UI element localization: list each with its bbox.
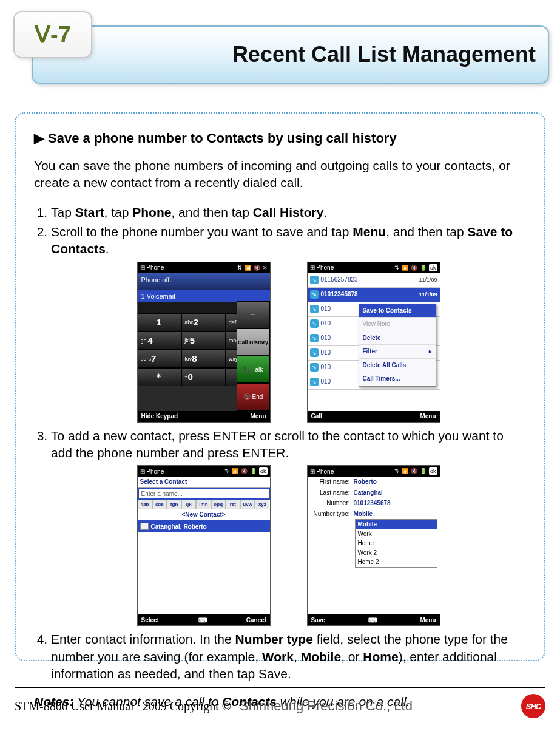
kw-start: Start xyxy=(75,205,104,219)
new-contact-row[interactable]: <New Contact> xyxy=(138,509,270,520)
outgoing-icon: ↘ xyxy=(310,378,319,386)
key-5[interactable]: jkl5 xyxy=(181,331,226,350)
key-7[interactable]: pqrs7 xyxy=(138,350,182,368)
dialer-status: Phone off. xyxy=(138,273,270,290)
alpha-tab[interactable]: fgh xyxy=(167,500,181,509)
status-icons: ⇅📶🔇✕ xyxy=(237,264,268,271)
key-1[interactable]: 1 xyxy=(138,313,182,331)
kw-work: Work xyxy=(262,650,294,664)
type-option-home2[interactable]: Home 2 xyxy=(356,557,437,567)
keyboard-icon[interactable]: ⌨ xyxy=(368,616,377,625)
t: . xyxy=(106,242,109,256)
key-call-history[interactable]: Call History xyxy=(237,328,270,356)
key-2[interactable]: abc2 xyxy=(181,313,226,331)
alpha-tab[interactable]: uvw xyxy=(240,500,255,509)
menu-save-to-contacts[interactable]: Save to Contacts xyxy=(359,304,436,318)
alpha-tab[interactable]: rst xyxy=(226,500,240,509)
type-option-work[interactable]: Work xyxy=(356,529,437,539)
outgoing-icon: ↘ xyxy=(310,363,319,372)
chapter-badge: Ⅴ-7 xyxy=(13,11,92,58)
type-option-mobile[interactable]: Mobile xyxy=(356,520,437,529)
last-name-value[interactable]: Catanghal xyxy=(354,489,383,497)
field-number: Number:01012345678 xyxy=(308,498,440,509)
type-option-home[interactable]: Home xyxy=(356,539,437,548)
alpha-tab[interactable]: xyz xyxy=(255,500,269,509)
alpha-tab[interactable]: ijk xyxy=(181,500,196,509)
t: , and then tap xyxy=(171,205,252,219)
key-talk[interactable]: 📞 Talk xyxy=(237,356,270,383)
key-star[interactable]: ＊ xyxy=(138,368,182,386)
keyboard-icon[interactable]: ⌨ xyxy=(198,616,207,625)
alpha-tab[interactable]: lmn xyxy=(196,500,211,509)
status-icons: ⇅📶🔇🔋ok xyxy=(394,467,437,475)
win-icon: ⊞ Phone xyxy=(310,467,334,476)
menu-delete-all[interactable]: Delete All Calls xyxy=(359,359,436,373)
screenshot-row-2: ⊞ Phone ⇅📶🔇🔋ok Select a Contact Enter a … xyxy=(51,465,526,626)
alpha-tab[interactable]: opq xyxy=(211,500,226,509)
name-input[interactable]: Enter a name... xyxy=(138,488,270,500)
kw-menu: Menu xyxy=(353,225,386,239)
softkey-right[interactable]: Cancel xyxy=(246,616,266,625)
softkey-left[interactable]: Call xyxy=(311,412,322,421)
t: . xyxy=(323,205,327,219)
outgoing-icon: ↘ xyxy=(310,305,319,313)
footer-company: Shinheung Precision Co., Ltd xyxy=(240,698,413,714)
t: , and then tap xyxy=(386,225,467,239)
softkey-left[interactable]: Select xyxy=(141,616,159,625)
step-3-text: To add a new contact, press ENTER or scr… xyxy=(51,429,504,460)
kw-mobile: Mobile xyxy=(301,650,342,664)
shc-logo: SHC xyxy=(521,694,545,718)
t: Scroll to the phone number you want to s… xyxy=(51,225,353,239)
menu-filter[interactable]: Filter▸ xyxy=(359,345,436,359)
field-last-name: Last name:Catanghal xyxy=(308,488,440,498)
softkey-right[interactable]: Menu xyxy=(420,412,436,421)
content-box: ▶ Save a phone number to Contacts by usi… xyxy=(15,112,545,661)
screenshot-select-contact: ⊞ Phone ⇅📶🔇🔋ok Select a Contact Enter a … xyxy=(137,465,271,626)
softkey-left[interactable]: Hide Keypad xyxy=(141,412,178,421)
step-4: Enter contact information. In the Number… xyxy=(51,631,526,682)
win-icon: ⊞ Phone xyxy=(140,263,164,272)
status-icons: ⇅📶🔇🔋ok xyxy=(224,467,268,475)
outgoing-icon: ↘ xyxy=(310,276,319,284)
call-row[interactable]: ↘0115625782311/1/09 xyxy=(308,273,440,288)
first-name-value[interactable]: Roberto xyxy=(354,478,377,486)
type-option-work2[interactable]: Work 2 xyxy=(356,548,437,558)
alpha-tab[interactable]: #ab xyxy=(138,500,152,509)
number-type-value[interactable]: Mobile xyxy=(354,510,373,518)
footer-manual: STM-8800 User Manual xyxy=(15,699,134,713)
menu-call-timers[interactable]: Call Timers... xyxy=(359,372,436,386)
footer-copyright: 2009 Copyright © xyxy=(143,699,231,713)
contact-row-selected[interactable]: Catanghal, Roberto xyxy=(138,520,270,532)
menu-delete[interactable]: Delete xyxy=(359,331,436,345)
softkey-right[interactable]: Menu xyxy=(420,616,436,625)
t: , xyxy=(294,650,301,664)
t: Enter contact information. In the xyxy=(51,632,235,646)
voicemail-row[interactable]: 1 Voicemail xyxy=(138,290,270,302)
select-contact-head: Select a Contact xyxy=(138,477,270,488)
softkey-left[interactable]: Save xyxy=(311,616,325,625)
app-name: Phone xyxy=(146,468,164,475)
key-back[interactable]: ← xyxy=(237,301,270,328)
kw-call-history: Call History xyxy=(253,205,324,219)
outgoing-icon: ↘ xyxy=(310,334,319,342)
screenshot-row-1: ⊞ Phone ⇅📶🔇✕ Phone off. 1 Voicemail 1 ab… xyxy=(51,262,526,423)
key-0[interactable]: +0 xyxy=(181,368,226,386)
context-menu: Save to Contacts View Note Delete Filter… xyxy=(359,304,436,387)
softkey-right[interactable]: Menu xyxy=(250,412,266,421)
outgoing-icon: ↘ xyxy=(310,348,319,357)
key-end[interactable]: 📵 End xyxy=(237,383,270,410)
alpha-tab[interactable]: cde xyxy=(152,500,167,509)
key-4[interactable]: ghi4 xyxy=(138,331,182,350)
screenshot-call-history: ⊞ Phone ⇅📶🔇🔋ok ↘0115625782311/1/09 ↘0101… xyxy=(307,262,440,423)
t: , or xyxy=(341,650,363,664)
page-footer: STM-8800 User Manual 2009 Copyright © Sh… xyxy=(15,687,545,718)
call-row-selected[interactable]: ↘0101234567811/1/09 xyxy=(308,288,440,302)
kw-home: Home xyxy=(363,650,398,664)
number-value[interactable]: 01012345678 xyxy=(354,499,391,508)
outgoing-icon: ↘ xyxy=(310,290,319,299)
key-8[interactable]: tuv8 xyxy=(181,350,226,368)
step-1: Tap Start, tap Phone, and then tap Call … xyxy=(51,204,526,221)
kw-number-type: Number type xyxy=(235,632,313,646)
win-icon: ⊞ Phone xyxy=(140,467,164,476)
app-name: Phone xyxy=(316,468,334,475)
